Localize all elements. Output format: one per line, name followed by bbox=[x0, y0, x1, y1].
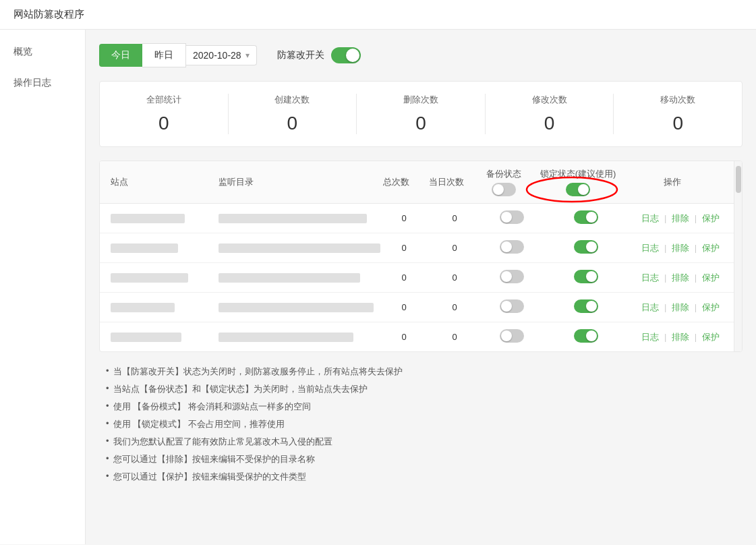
stat-move-label: 移动次数 bbox=[614, 94, 742, 106]
protect-link-4[interactable]: 保护 bbox=[702, 332, 720, 342]
cell-lock-3[interactable] bbox=[542, 299, 630, 315]
cell-backup-3[interactable] bbox=[482, 299, 542, 315]
table-header-row: 站点 监听目录 总次数 当日次数 备份状态 bbox=[100, 161, 742, 204]
yesterday-button[interactable]: 昨日 bbox=[142, 43, 186, 67]
col-header-today: 当日次数 bbox=[419, 176, 473, 188]
cell-lock-2[interactable] bbox=[542, 270, 630, 285]
table-body: 0 0 日志 | 排除 bbox=[100, 204, 742, 351]
sep1-2: | bbox=[664, 272, 666, 283]
lock-toggle-1[interactable] bbox=[574, 240, 598, 254]
header-backup-toggle[interactable] bbox=[492, 183, 516, 196]
protect-link-3[interactable]: 保护 bbox=[702, 302, 720, 312]
note-text-5: 您可以通过【排除】按钮来编辑不受保护的目录名称 bbox=[113, 453, 315, 465]
backup-toggle-3[interactable] bbox=[500, 299, 524, 313]
stat-create: 创建次数 0 bbox=[229, 94, 357, 134]
exclude-link-4[interactable]: 排除 bbox=[672, 332, 689, 342]
cell-total-2: 0 bbox=[380, 272, 428, 283]
cell-dir-3 bbox=[219, 303, 380, 312]
cell-site-3 bbox=[111, 303, 219, 312]
date-picker[interactable]: 2020-10-28 ▾ bbox=[186, 45, 257, 65]
cell-today-0: 0 bbox=[428, 213, 482, 223]
exclude-link-1[interactable]: 排除 bbox=[672, 243, 689, 253]
lock-toggle-3[interactable] bbox=[574, 299, 598, 313]
stat-total-label: 全部统计 bbox=[100, 94, 228, 106]
table-row: 0 0 日志 | 排除 bbox=[100, 204, 742, 233]
log-link-3[interactable]: 日志 bbox=[641, 302, 659, 312]
exclude-link-0[interactable]: 排除 bbox=[672, 213, 689, 223]
lock-toggle-2[interactable] bbox=[574, 270, 598, 283]
stat-move-value: 0 bbox=[614, 113, 742, 134]
stat-create-label: 创建次数 bbox=[229, 94, 357, 106]
note-text-0: 当【防篡改开关】状态为关闭时，则防篡改服务停止，所有站点将失去保护 bbox=[113, 366, 403, 378]
col-header-lock: 锁定状态(建议使用) bbox=[534, 168, 622, 196]
bullet-icon: • bbox=[106, 401, 109, 411]
today-button[interactable]: 今日 bbox=[99, 44, 142, 67]
scrollbar-thumb[interactable] bbox=[736, 166, 741, 193]
cell-total-3: 0 bbox=[380, 302, 428, 312]
backup-toggle-2[interactable] bbox=[500, 270, 524, 283]
stat-create-value: 0 bbox=[229, 113, 357, 134]
cell-lock-4[interactable] bbox=[542, 329, 630, 345]
antitamper-toggle[interactable] bbox=[331, 47, 361, 63]
cell-lock-0[interactable] bbox=[542, 210, 630, 226]
protect-link-1[interactable]: 保护 bbox=[702, 243, 720, 253]
cell-backup-0[interactable] bbox=[482, 210, 542, 226]
cell-lock-1[interactable] bbox=[542, 240, 630, 256]
sites-table: 站点 监听目录 总次数 当日次数 备份状态 bbox=[99, 161, 743, 352]
sep2-0: | bbox=[695, 213, 697, 223]
table-scrollbar[interactable] bbox=[734, 161, 742, 351]
backup-toggle-1[interactable] bbox=[500, 240, 524, 254]
lock-toggle-0[interactable] bbox=[574, 210, 598, 224]
cell-today-1: 0 bbox=[428, 243, 482, 253]
backup-toggle-0[interactable] bbox=[500, 210, 524, 224]
bullet-icon: • bbox=[106, 383, 109, 393]
lock-toggle-4[interactable] bbox=[574, 329, 598, 343]
app-header: 网站防篡改程序 bbox=[0, 0, 756, 30]
notes-section: • 当【防篡改开关】状态为关闭时，则防篡改服务停止，所有站点将失去保护 • 当站… bbox=[99, 366, 743, 483]
cell-total-0: 0 bbox=[380, 213, 428, 223]
exclude-link-2[interactable]: 排除 bbox=[672, 272, 689, 283]
log-link-0[interactable]: 日志 bbox=[641, 213, 659, 223]
cell-site-2 bbox=[111, 273, 219, 283]
table-row: 0 0 日志 | 排除 bbox=[100, 263, 742, 293]
cell-action-2: 日志 | 排除 | 保护 bbox=[630, 272, 731, 284]
note-text-2: 使用 【备份模式】 将会消耗和源站点一样多的空间 bbox=[113, 401, 311, 413]
note-text-4: 我们为您默认配置了能有效防止常见篡改木马入侵的配置 bbox=[113, 436, 332, 448]
log-link-1[interactable]: 日志 bbox=[641, 243, 659, 253]
sep2-4: | bbox=[695, 332, 697, 342]
cell-site-1 bbox=[111, 243, 219, 253]
cell-total-1: 0 bbox=[380, 243, 428, 253]
stats-card: 全部统计 0 创建次数 0 删除次数 0 修改次数 0 移动次数 0 bbox=[99, 81, 743, 147]
sidebar-item-operation-log[interactable]: 操作日志 bbox=[0, 67, 85, 98]
protect-link-0[interactable]: 保护 bbox=[702, 213, 720, 223]
table-row: 0 0 日志 | 排除 bbox=[100, 233, 742, 263]
header-lock-toggle[interactable] bbox=[566, 183, 590, 196]
stat-modify: 修改次数 0 bbox=[486, 94, 614, 134]
sidebar-item-overview[interactable]: 概览 bbox=[0, 36, 85, 67]
cell-dir-0 bbox=[219, 214, 380, 223]
cell-backup-1[interactable] bbox=[482, 240, 542, 256]
cell-backup-4[interactable] bbox=[482, 329, 542, 345]
toggle-track[interactable] bbox=[331, 47, 361, 63]
cell-dir-1 bbox=[219, 243, 380, 253]
log-link-2[interactable]: 日志 bbox=[641, 272, 659, 283]
bullet-icon: • bbox=[106, 366, 109, 376]
protect-link-2[interactable]: 保护 bbox=[702, 272, 720, 283]
date-value: 2020-10-28 bbox=[193, 50, 241, 61]
bullet-icon: • bbox=[106, 418, 109, 428]
note-item: • 当【防篡改开关】状态为关闭时，则防篡改服务停止，所有站点将失去保护 bbox=[106, 366, 736, 378]
cell-action-0: 日志 | 排除 | 保护 bbox=[630, 212, 731, 225]
cell-today-3: 0 bbox=[428, 302, 482, 312]
cell-site-0 bbox=[111, 214, 219, 223]
note-item: • 使用 【备份模式】 将会消耗和源站点一样多的空间 bbox=[106, 401, 736, 413]
backup-toggle-4[interactable] bbox=[500, 329, 524, 343]
sep1-3: | bbox=[664, 302, 666, 312]
log-link-4[interactable]: 日志 bbox=[641, 332, 659, 342]
toggle-knob bbox=[346, 49, 359, 62]
stat-modify-value: 0 bbox=[486, 113, 614, 134]
sep1-1: | bbox=[664, 243, 666, 253]
bullet-icon: • bbox=[106, 436, 109, 446]
antitamper-toggle-label: 防篡改开关 bbox=[277, 49, 324, 61]
exclude-link-3[interactable]: 排除 bbox=[672, 302, 689, 312]
cell-backup-2[interactable] bbox=[482, 270, 542, 285]
